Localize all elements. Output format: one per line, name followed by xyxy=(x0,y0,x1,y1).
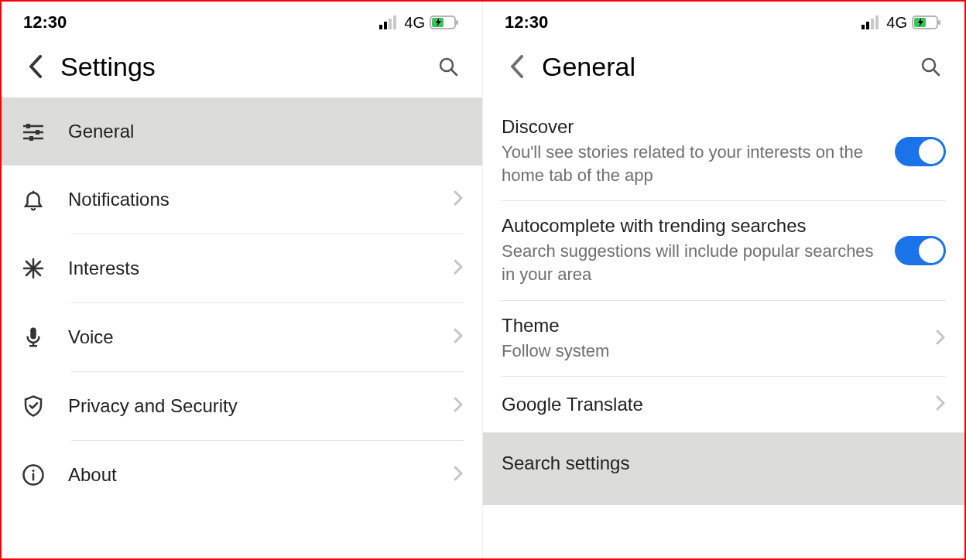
mic-icon xyxy=(20,324,46,350)
svg-rect-10 xyxy=(26,124,30,128)
info-icon xyxy=(20,462,46,488)
screen-general: 12:30 4G xyxy=(483,2,964,558)
battery-icon xyxy=(430,15,461,30)
two-screens: 12:30 4G xyxy=(0,0,966,560)
svg-rect-1 xyxy=(384,22,387,29)
row-title: Discover xyxy=(502,116,882,138)
row-label: General xyxy=(68,121,464,142)
settings-item-notifications[interactable]: Notifications xyxy=(2,166,482,234)
row-translate[interactable]: Google Translate xyxy=(483,377,964,432)
svg-rect-28 xyxy=(871,19,874,29)
row-label: About xyxy=(68,464,453,486)
row-label: Voice xyxy=(68,326,453,348)
status-bar: 12:30 4G xyxy=(2,2,482,40)
battery-icon xyxy=(912,15,943,30)
row-label: Privacy and Security xyxy=(68,395,453,417)
row-title: Autocomplete with trending searches xyxy=(502,215,882,237)
sliders-icon xyxy=(20,118,46,145)
search-button[interactable] xyxy=(433,51,464,82)
svg-rect-2 xyxy=(389,19,392,29)
chevron-right-icon xyxy=(935,394,946,415)
signal-icon xyxy=(379,15,399,29)
row-discover[interactable]: Discover You'll see stories related to y… xyxy=(483,102,964,200)
svg-rect-20 xyxy=(30,328,36,340)
row-theme[interactable]: Theme Follow system xyxy=(483,301,964,377)
back-button[interactable] xyxy=(20,51,51,82)
svg-rect-31 xyxy=(938,20,940,25)
chevron-right-icon xyxy=(453,258,464,278)
svg-rect-3 xyxy=(393,15,396,29)
toggle-autocomplete[interactable] xyxy=(895,236,946,265)
settings-item-about[interactable]: About xyxy=(2,441,482,509)
chevron-right-icon xyxy=(453,465,464,485)
chevron-right-icon xyxy=(935,329,946,349)
search-button[interactable] xyxy=(915,51,946,82)
asterisk-icon xyxy=(20,255,46,282)
bell-icon xyxy=(20,186,46,213)
header: General xyxy=(483,40,964,97)
row-title: Search settings xyxy=(502,452,933,474)
toggle-discover[interactable] xyxy=(895,137,946,166)
settings-item-general[interactable]: General xyxy=(2,97,482,166)
svg-rect-12 xyxy=(36,130,39,135)
settings-item-privacy[interactable]: Privacy and Security xyxy=(2,372,482,440)
status-right: 4G xyxy=(862,14,943,32)
header: Settings xyxy=(2,40,482,97)
svg-line-34 xyxy=(933,70,939,75)
screen-settings: 12:30 4G xyxy=(2,2,483,558)
status-time: 12:30 xyxy=(23,12,67,32)
page-title: Settings xyxy=(60,52,433,82)
svg-line-8 xyxy=(451,70,457,75)
row-search-settings[interactable]: Search settings xyxy=(483,432,964,505)
svg-rect-14 xyxy=(29,136,33,141)
status-time: 12:30 xyxy=(505,12,548,32)
settings-item-interests[interactable]: Interests xyxy=(2,234,482,302)
svg-rect-27 xyxy=(866,22,869,29)
row-subtitle: Follow system xyxy=(502,340,923,363)
status-bar: 12:30 4G xyxy=(483,2,964,40)
row-label: Interests xyxy=(68,258,453,279)
general-list: Discover You'll see stories related to y… xyxy=(483,102,964,505)
network-label: 4G xyxy=(886,14,907,32)
svg-rect-5 xyxy=(456,20,458,25)
status-right: 4G xyxy=(379,14,461,32)
network-label: 4G xyxy=(404,14,425,32)
row-label: Notifications xyxy=(68,189,453,210)
back-button[interactable] xyxy=(502,51,533,82)
page-title: General xyxy=(542,52,915,82)
shield-check-icon xyxy=(20,393,46,419)
settings-item-voice[interactable]: Voice xyxy=(2,303,482,371)
svg-rect-26 xyxy=(862,25,865,29)
svg-rect-0 xyxy=(379,25,382,29)
svg-point-25 xyxy=(33,470,35,472)
row-title: Theme xyxy=(502,315,923,336)
row-autocomplete[interactable]: Autocomplete with trending searches Sear… xyxy=(483,201,964,299)
settings-list: General Notifications xyxy=(2,97,482,509)
signal-icon xyxy=(862,15,882,29)
chevron-right-icon xyxy=(453,396,464,416)
chevron-right-icon xyxy=(453,190,464,210)
row-subtitle: Search suggestions will include popular … xyxy=(502,240,882,285)
svg-rect-29 xyxy=(875,15,879,29)
chevron-right-icon xyxy=(453,327,464,347)
row-subtitle: You'll see stories related to your inter… xyxy=(502,141,882,186)
row-title: Google Translate xyxy=(502,394,923,415)
